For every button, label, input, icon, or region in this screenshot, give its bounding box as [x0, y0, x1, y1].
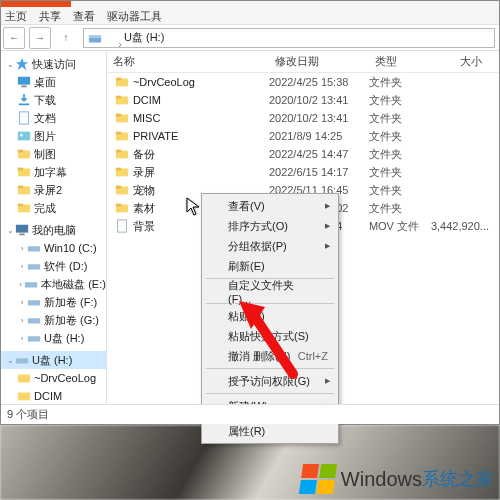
tab-view[interactable]: 查看: [73, 9, 95, 24]
chevron-right-icon: ›: [17, 298, 27, 307]
sidebar-item-documents[interactable]: 文档: [1, 109, 106, 127]
cell-name: 备份: [107, 147, 269, 162]
drive-icon: [27, 259, 41, 273]
cell-date: 2022/6/15 14:17: [269, 166, 369, 178]
cell-type: 文件夹: [369, 93, 431, 108]
ctx-paste-shortcut[interactable]: 粘贴快捷方式(S): [204, 326, 336, 346]
col-name[interactable]: 名称: [107, 54, 269, 69]
col-date[interactable]: 修改日期: [269, 54, 369, 69]
sidebar-usb-root[interactable]: ⌄ U盘 (H:): [1, 351, 106, 369]
fwd-button[interactable]: →: [29, 27, 51, 49]
cell-date: 2022/4/25 14:47: [269, 148, 369, 160]
back-button[interactable]: ←: [3, 27, 25, 49]
tab-home[interactable]: 主页: [5, 9, 27, 24]
ctx-view[interactable]: 查看(V): [204, 196, 336, 216]
ctx-paste[interactable]: 粘贴(P): [204, 306, 336, 326]
svg-rect-14: [18, 186, 23, 189]
svg-rect-1: [89, 35, 101, 38]
up-button[interactable]: ↑: [55, 27, 77, 49]
table-row[interactable]: 录屏2022/6/15 14:17文件夹: [107, 163, 499, 181]
folder-icon: [115, 129, 129, 143]
svg-rect-6: [20, 112, 29, 124]
crumb-drive[interactable]: U盘 (H:): [118, 30, 170, 45]
ctx-sort[interactable]: 排序方式(O): [204, 216, 336, 236]
ctx-label: 撤消 删除(U): [228, 349, 290, 364]
ctx-group[interactable]: 分组依据(P): [204, 236, 336, 256]
pictures-icon: [17, 129, 31, 143]
table-row[interactable]: PRIVATE2021/8/9 14:25文件夹: [107, 127, 499, 145]
cell-type: 文件夹: [369, 183, 431, 198]
chevron-right-icon: ›: [17, 280, 24, 289]
table-row[interactable]: MISC2020/10/2 13:41文件夹: [107, 109, 499, 127]
ctx-customize-folder[interactable]: 自定义文件夹(F)...: [204, 281, 336, 301]
folder-icon: [115, 165, 129, 179]
cell-type: 文件夹: [369, 75, 431, 90]
svg-marker-2: [16, 58, 28, 70]
sidebar-item-label: 制图: [34, 147, 56, 162]
ctx-properties[interactable]: 属性(R): [204, 421, 336, 441]
star-icon: [15, 57, 29, 71]
chevron-right-icon: ›: [17, 316, 27, 325]
sidebar-this-pc[interactable]: ⌄ 我的电脑: [1, 221, 106, 239]
column-headers[interactable]: 名称 修改日期 类型 大小: [107, 51, 499, 73]
cell-size: 3,442,920...: [431, 220, 499, 232]
svg-rect-27: [18, 393, 30, 401]
drive-icon: [24, 277, 38, 291]
cell-type: MOV 文件: [369, 219, 431, 234]
sidebar-drive-e[interactable]: ›本地磁盘 (E:): [1, 275, 106, 293]
sidebar-item-label: 快速访问: [32, 57, 76, 72]
sidebar-item-subtitle[interactable]: 加字幕: [1, 163, 106, 181]
tab-share[interactable]: 共享: [39, 9, 61, 24]
status-item-count: 9 个项目: [7, 407, 49, 422]
svg-rect-16: [18, 204, 23, 207]
sidebar-drive-f[interactable]: ›新加卷 (F:): [1, 293, 106, 311]
explorer-window: 主页 共享 查看 驱动器工具 ← → ↑ U盘 (H:) ⌄ 快速访问 桌面: [0, 0, 500, 425]
cell-type: 文件夹: [369, 201, 431, 216]
folder-icon: [115, 147, 129, 161]
sidebar: ⌄ 快速访问 桌面 下载 文档 图片 制图 加字幕 录屏2 完成 ⌄ 我的电脑: [1, 51, 107, 404]
svg-rect-46: [116, 204, 121, 207]
ctx-undo[interactable]: 撤消 删除(U)Ctrl+Z: [204, 346, 336, 366]
col-size[interactable]: 大小: [431, 54, 493, 69]
ctx-label: 分组依据(P): [228, 239, 287, 254]
sidebar-drive-h[interactable]: ›U盘 (H:): [1, 329, 106, 347]
table-row[interactable]: DCIM2020/10/2 13:41文件夹: [107, 91, 499, 109]
ctx-refresh[interactable]: 刷新(E): [204, 256, 336, 276]
col-type[interactable]: 类型: [369, 54, 431, 69]
cell-type: 文件夹: [369, 129, 431, 144]
svg-rect-17: [16, 225, 28, 233]
watermark: Windows 系统之家: [301, 464, 494, 494]
sidebar-drive-c[interactable]: ›Win10 (C:): [1, 239, 106, 257]
watermark-text-cn: 系统之家: [422, 467, 494, 491]
ctx-access[interactable]: 授予访问权限(G): [204, 371, 336, 391]
sidebar-item-downloads[interactable]: 下载: [1, 91, 106, 109]
sidebar-drive-d[interactable]: ›软件 (D:): [1, 257, 106, 275]
cell-name: MISC: [107, 111, 269, 125]
sidebar-usb-drv[interactable]: ~DrvCeoLog: [1, 369, 106, 387]
sidebar-item-pictures[interactable]: 图片: [1, 127, 106, 145]
sidebar-quick-access[interactable]: ⌄ 快速访问: [1, 55, 106, 73]
cell-date: 2021/8/9 14:25: [269, 130, 369, 142]
table-row[interactable]: 备份2022/4/25 14:47文件夹: [107, 145, 499, 163]
sidebar-item-label: U盘 (H:): [32, 353, 72, 368]
breadcrumb[interactable]: U盘 (H:): [83, 28, 495, 48]
drive-icon: [27, 331, 41, 345]
folder-icon: [115, 75, 129, 89]
chevron-down-icon: ⌄: [5, 60, 15, 69]
sidebar-drive-g[interactable]: ›新加卷 (G:): [1, 311, 106, 329]
svg-rect-42: [116, 168, 121, 171]
sidebar-usb-dcim[interactable]: DCIM: [1, 387, 106, 404]
drive-icon: [27, 241, 41, 255]
sidebar-item-label: 新加卷 (G:): [44, 313, 99, 328]
sidebar-item-done[interactable]: 完成: [1, 199, 106, 217]
sidebar-item-rec2[interactable]: 录屏2: [1, 181, 106, 199]
svg-rect-36: [116, 114, 121, 117]
folder-icon: [115, 183, 129, 197]
address-bar: ← → ↑ U盘 (H:): [1, 25, 499, 51]
sidebar-item-custom1[interactable]: 制图: [1, 145, 106, 163]
svg-rect-44: [116, 186, 121, 189]
table-row[interactable]: ~DrvCeoLog2022/4/25 15:38文件夹: [107, 73, 499, 91]
sidebar-item-desktop[interactable]: 桌面: [1, 73, 106, 91]
svg-rect-5: [19, 104, 30, 106]
tab-drive-tools[interactable]: 驱动器工具: [107, 9, 162, 24]
